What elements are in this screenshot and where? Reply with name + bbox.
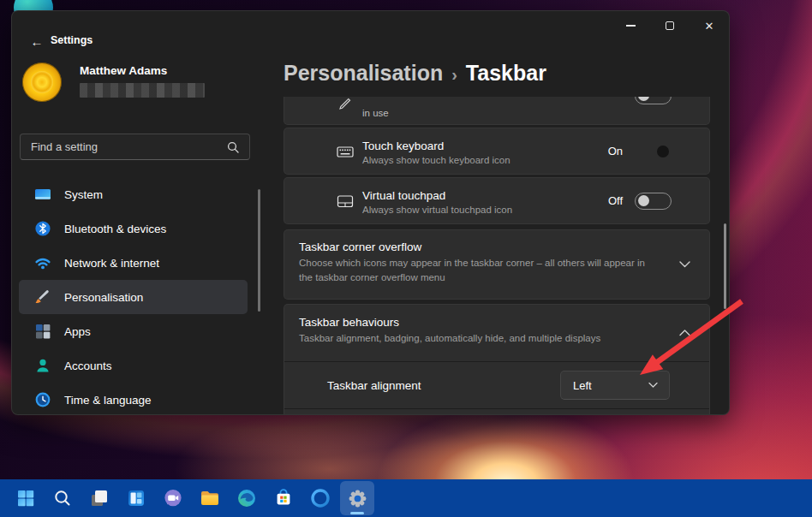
pen-icon bbox=[336, 97, 355, 111]
content-scrollbar[interactable] bbox=[724, 223, 726, 309]
virtual-touchpad-icon bbox=[336, 192, 355, 211]
settings-gear-icon bbox=[348, 489, 367, 508]
chevron-up-icon[interactable] bbox=[679, 330, 690, 336]
time-language-icon bbox=[34, 391, 51, 408]
virtual-touchpad-row[interactable]: Virtual touchpad Always show virtual tou… bbox=[284, 177, 710, 224]
edge-icon bbox=[236, 488, 257, 508]
taskbar-corner-overflow-card: Taskbar corner overflow Choose which ico… bbox=[284, 229, 710, 300]
toggle-state-label: On bbox=[608, 145, 623, 157]
search-icon bbox=[52, 488, 73, 508]
taskbar-alignment-label: Taskbar alignment bbox=[327, 379, 421, 392]
card-subtitle: Taskbar alignment, badging, automaticall… bbox=[299, 331, 658, 346]
store-button[interactable] bbox=[266, 481, 301, 515]
sidebar-item-label: Personalisation bbox=[64, 291, 143, 304]
sidebar-item-label: System bbox=[64, 188, 103, 201]
settings-window: ← Settings ✕ Matthew Adams Sy bbox=[11, 10, 730, 415]
system-icon bbox=[34, 186, 51, 203]
touch-keyboard-toggle[interactable] bbox=[635, 143, 672, 160]
widgets-button[interactable] bbox=[119, 481, 153, 515]
taskbar-behaviours-header[interactable]: Taskbar behaviours Taskbar alignment, ba… bbox=[284, 305, 709, 361]
touch-keyboard-row[interactable]: Touch keyboard Always show touch keyboar… bbox=[284, 128, 710, 175]
file-explorer-icon bbox=[199, 487, 221, 509]
bluetooth-icon bbox=[34, 220, 51, 237]
sidebar-scrollbar[interactable] bbox=[258, 189, 260, 312]
desktop-screen: ← Settings ✕ Matthew Adams Sy bbox=[0, 0, 812, 517]
settings-button[interactable] bbox=[340, 481, 374, 515]
taskbar bbox=[0, 479, 812, 517]
settings-content: in use Touch keyboard Always show touch … bbox=[284, 97, 710, 415]
back-button[interactable]: ← bbox=[24, 30, 50, 52]
sidebar-item-time-language[interactable]: Time & language bbox=[19, 383, 248, 415]
breadcrumb: Personalisation›Taskbar bbox=[284, 61, 546, 86]
caption-buttons: ✕ bbox=[611, 11, 729, 40]
row-title: Touch keyboard bbox=[362, 140, 444, 152]
card-subtitle: Choose which icons may appear in the tas… bbox=[299, 256, 658, 284]
sidebar-item-accounts[interactable]: Accounts bbox=[19, 348, 248, 383]
minimize-button[interactable] bbox=[611, 11, 650, 40]
toggle-state-label: Off bbox=[608, 194, 623, 207]
taskbar-alignment-dropdown[interactable]: Left bbox=[560, 371, 670, 400]
maximize-button[interactable] bbox=[650, 11, 690, 40]
chevron-down-icon bbox=[648, 383, 658, 389]
taskbar-alignment-row: Taskbar alignment Left bbox=[284, 362, 709, 408]
row-title: Virtual touchpad bbox=[362, 189, 445, 202]
sidebar-nav: System Bluetooth & devices Network & int… bbox=[12, 177, 269, 415]
taskbar-search-button[interactable] bbox=[45, 481, 80, 515]
search-input[interactable] bbox=[21, 140, 227, 153]
accounts-icon bbox=[34, 357, 51, 374]
maximize-icon bbox=[666, 21, 674, 30]
window-title: Settings bbox=[51, 34, 93, 46]
start-icon bbox=[18, 490, 33, 506]
minimize-icon bbox=[626, 25, 636, 27]
sidebar-item-label: Time & language bbox=[64, 394, 152, 407]
sidebar-item-bluetooth-devices[interactable]: Bluetooth & devices bbox=[19, 211, 248, 246]
cortana-icon bbox=[309, 487, 331, 509]
virtual-touchpad-toggle[interactable] bbox=[635, 193, 672, 210]
network-icon bbox=[34, 254, 51, 271]
card-title: Taskbar corner overflow bbox=[299, 241, 658, 253]
sidebar-item-label: Accounts bbox=[64, 360, 112, 372]
store-icon bbox=[273, 488, 294, 508]
user-name: Matthew Adams bbox=[80, 64, 167, 77]
touch-keyboard-icon bbox=[336, 142, 355, 161]
close-icon: ✕ bbox=[705, 21, 714, 32]
chevron-down-icon[interactable] bbox=[679, 261, 690, 268]
search-icon[interactable] bbox=[227, 141, 239, 153]
card-title: Taskbar behaviours bbox=[299, 316, 658, 329]
widgets-icon bbox=[126, 488, 146, 508]
sidebar-item-apps[interactable]: Apps bbox=[19, 314, 248, 348]
sidebar-item-label: Network & internet bbox=[64, 257, 159, 270]
apps-icon bbox=[34, 323, 51, 340]
sidebar-item-label: Bluetooth & devices bbox=[64, 223, 166, 235]
edge-button[interactable] bbox=[230, 481, 264, 515]
cortana-button[interactable] bbox=[303, 481, 337, 515]
chat-button[interactable] bbox=[156, 481, 190, 515]
task-view-icon bbox=[89, 488, 110, 508]
user-profile[interactable]: Matthew Adams bbox=[12, 59, 269, 114]
page-title: Taskbar bbox=[466, 61, 546, 85]
user-email-redacted bbox=[80, 83, 205, 98]
settings-search-box bbox=[20, 134, 250, 160]
sidebar-item-network-internet[interactable]: Network & internet bbox=[19, 246, 248, 280]
avatar bbox=[22, 62, 62, 102]
start-button[interactable] bbox=[9, 481, 43, 515]
sidebar-item-label: Apps bbox=[64, 325, 91, 338]
close-button[interactable]: ✕ bbox=[690, 11, 729, 40]
pen-menu-row-partial[interactable]: in use bbox=[284, 97, 710, 125]
pen-menu-toggle-partial[interactable] bbox=[635, 97, 672, 104]
breadcrumb-parent[interactable]: Personalisation bbox=[284, 61, 443, 85]
taskbar-corner-overflow-header[interactable]: Taskbar corner overflow Choose which ico… bbox=[284, 230, 709, 299]
task-view-button[interactable] bbox=[82, 481, 116, 515]
sidebar-item-system[interactable]: System bbox=[19, 177, 248, 211]
chat-icon bbox=[163, 488, 183, 508]
file-explorer-button[interactable] bbox=[193, 481, 227, 515]
taskbar-behaviours-card: Taskbar behaviours Taskbar alignment, ba… bbox=[284, 304, 710, 415]
personalisation-icon bbox=[34, 288, 51, 306]
row-subtitle: Always show virtual touchpad icon bbox=[362, 205, 608, 215]
row-subtitle-partial: in use bbox=[362, 108, 635, 118]
sidebar-item-personalisation[interactable]: Personalisation bbox=[19, 280, 248, 314]
breadcrumb-separator-icon: › bbox=[443, 65, 466, 84]
next-row-partial bbox=[284, 409, 709, 415]
row-subtitle: Always show touch keyboard icon bbox=[362, 155, 608, 165]
